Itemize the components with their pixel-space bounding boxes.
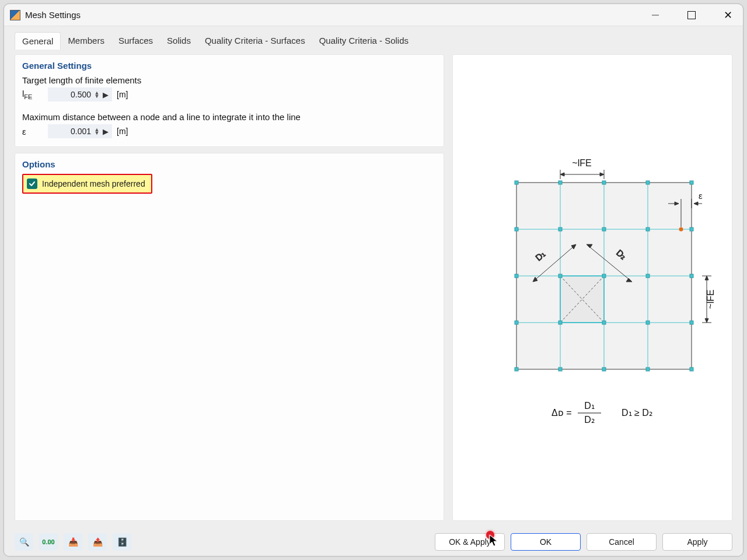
epsilon-symbol: ε	[22, 127, 43, 136]
epsilon-label: Maximum distance between a node and a li…	[22, 112, 437, 122]
footer: 🔍 0.00 📥 📤 🗄️ OK & Apply OK Cancel Apply	[4, 528, 743, 556]
general-settings-title: General Settings	[22, 61, 437, 71]
svg-rect-11	[558, 181, 562, 184]
mesh-diagram: ~lFE ε	[470, 101, 715, 474]
independent-mesh-label: Independent mesh preferred	[42, 179, 145, 188]
svg-rect-14	[690, 181, 693, 184]
svg-rect-20	[515, 274, 518, 278]
tab-general[interactable]: General	[15, 32, 61, 50]
app-icon	[10, 10, 20, 20]
formula-delta: Δᴅ =	[551, 408, 571, 418]
symbol-fe: FE	[24, 93, 32, 100]
svg-rect-10	[515, 181, 518, 184]
ok-button[interactable]: OK	[511, 533, 581, 551]
target-length-jump-icon[interactable]: ▶	[102, 90, 110, 99]
svg-rect-18	[646, 228, 650, 231]
ok-apply-button[interactable]: OK & Apply	[435, 533, 505, 551]
svg-marker-39	[560, 173, 564, 176]
svg-marker-44	[694, 202, 698, 205]
target-length-value: 0.500	[51, 90, 91, 99]
formula-denominator: D₂	[584, 415, 595, 425]
body: General Settings Target length of finite…	[4, 50, 743, 528]
target-length-symbol: lFE	[22, 89, 43, 100]
svg-rect-31	[558, 368, 562, 371]
svg-marker-50	[705, 276, 708, 280]
formula-numerator: D₁	[584, 401, 595, 411]
tab-quality-surfaces[interactable]: Quality Criteria - Surfaces	[198, 32, 312, 50]
target-length-spinner[interactable]: ▲▼	[93, 91, 100, 98]
svg-rect-22	[602, 274, 606, 278]
target-length-row: lFE 0.500 ▲▼ ▶ [m]	[22, 88, 437, 102]
svg-rect-32	[602, 368, 606, 371]
tab-members[interactable]: Members	[61, 32, 111, 50]
epsilon-value: 0.001	[51, 127, 91, 136]
svg-rect-21	[558, 274, 562, 278]
options-panel: Options Independent mesh preferred	[15, 153, 444, 521]
window-title: Mesh Settings	[25, 10, 81, 20]
svg-marker-40	[600, 173, 604, 176]
svg-rect-16	[558, 228, 562, 231]
svg-rect-12	[602, 181, 606, 184]
options-title: Options	[22, 159, 437, 169]
maximize-button[interactable]	[682, 6, 701, 24]
epsilon-row: ε 0.001 ▲▼ ▶ [m]	[22, 124, 437, 138]
svg-rect-24	[690, 274, 693, 278]
window-controls: ✕	[646, 6, 737, 24]
units-icon[interactable]: 0.00	[39, 533, 58, 551]
svg-rect-33	[646, 368, 650, 371]
svg-marker-51	[705, 318, 708, 323]
target-length-label: Target length of finite elements	[22, 75, 437, 85]
tab-quality-solids[interactable]: Quality Criteria - Solids	[312, 32, 416, 50]
svg-rect-25	[515, 321, 518, 324]
minimize-button[interactable]	[646, 6, 665, 24]
svg-rect-13	[646, 181, 650, 184]
svg-rect-27	[602, 321, 606, 324]
tabs-bar: General Members Surfaces Solids Quality …	[4, 26, 743, 50]
independent-mesh-checkbox-row[interactable]: Independent mesh preferred	[22, 174, 152, 194]
svg-rect-23	[646, 274, 650, 278]
independent-mesh-checkbox[interactable]	[27, 178, 37, 189]
mesh-settings-window: Mesh Settings ✕ General Members Surfaces…	[4, 4, 743, 556]
svg-point-35	[679, 228, 683, 232]
svg-rect-19	[690, 228, 693, 231]
help-icon[interactable]: 🔍	[15, 533, 33, 551]
epsilon-spinner[interactable]: ▲▼	[93, 128, 100, 135]
titlebar: Mesh Settings ✕	[4, 4, 743, 26]
diagram-lfe-right-label: ~lFE	[706, 289, 715, 309]
svg-rect-29	[690, 321, 693, 324]
export-icon[interactable]: 📤	[88, 533, 107, 551]
diagram-lfe-top-label: ~lFE	[572, 158, 591, 168]
general-settings-panel: General Settings Target length of finite…	[15, 54, 444, 147]
epsilon-unit: [m]	[117, 127, 128, 136]
svg-rect-17	[602, 228, 606, 231]
diagram-panel: ~lFE ε	[452, 54, 732, 521]
diagram-epsilon-label: ε	[699, 191, 703, 201]
svg-rect-28	[646, 321, 650, 324]
close-button[interactable]: ✕	[718, 6, 737, 24]
cancel-button[interactable]: Cancel	[587, 533, 657, 551]
tab-surfaces[interactable]: Surfaces	[111, 32, 160, 50]
target-length-unit: [m]	[117, 90, 128, 99]
svg-rect-30	[515, 368, 518, 371]
tab-solids[interactable]: Solids	[160, 32, 198, 50]
svg-rect-34	[690, 368, 693, 371]
epsilon-jump-icon[interactable]: ▶	[102, 127, 110, 136]
apply-button[interactable]: Apply	[662, 533, 732, 551]
target-length-input[interactable]: 0.500 ▲▼ ▶	[48, 88, 112, 102]
formula-condition: D₁ ≥ D₂	[622, 408, 652, 418]
left-column: General Settings Target length of finite…	[15, 54, 444, 521]
content-area: General Members Surfaces Solids Quality …	[4, 26, 743, 528]
svg-rect-15	[515, 228, 518, 231]
svg-rect-26	[558, 321, 562, 324]
import-icon[interactable]: 📥	[64, 533, 82, 551]
database-icon[interactable]: 🗄️	[113, 533, 131, 551]
epsilon-input[interactable]: 0.001 ▲▼ ▶	[48, 124, 112, 138]
